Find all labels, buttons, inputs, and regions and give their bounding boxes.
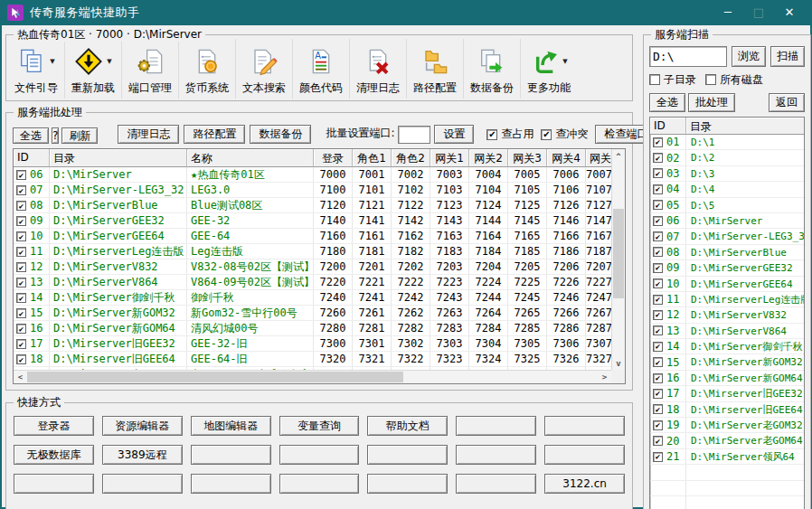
scroll-right-icon[interactable]: > [598, 371, 611, 383]
scan-list-row[interactable]: ✔15D:\MirServer新GOM32 [650, 354, 804, 370]
shortcut-button-empty[interactable] [14, 474, 94, 494]
scan-list-row[interactable]: ✔10D:\MirServerGEE64 [650, 277, 804, 292]
scan-list-row[interactable]: ✔20D:\MirServer老GOM64 [650, 433, 804, 448]
clear-logs-button[interactable]: 清理日志 [118, 125, 179, 144]
close-button[interactable]: ✕ [781, 5, 798, 21]
scan-list-row[interactable]: ✔09D:\MirServerGEE32 [650, 260, 804, 276]
scan-row-checkbox[interactable]: ✔ [653, 420, 663, 430]
horizontal-scroll-thumb[interactable] [27, 372, 403, 382]
row-checkbox[interactable]: ✔ [16, 201, 26, 211]
batch-port-input[interactable] [398, 126, 430, 144]
table-row[interactable]: ✔09D:\MirServerGEE32GEE-3271407141714271… [14, 213, 611, 229]
shortcut-button[interactable]: 帮助文档 [367, 416, 448, 436]
all-disks-group[interactable]: 所有磁盘 [705, 71, 763, 90]
scan-row-checkbox[interactable]: ✔ [653, 404, 663, 414]
toolbar-button-currency[interactable]: 货币系统 [178, 39, 235, 99]
shortcut-button-empty[interactable] [456, 416, 536, 436]
horizontal-scroll-track[interactable] [27, 371, 598, 383]
refresh-button[interactable]: 刷新 [61, 127, 98, 144]
dropdown-arrow-icon[interactable]: ▼ [50, 58, 54, 65]
set-button[interactable]: 设置 [434, 125, 474, 144]
path-config-button[interactable]: 路径配置 [184, 125, 245, 144]
scan-list-row[interactable]: ✔19D:\MirServer老GOM32 [650, 418, 804, 433]
scan-row-checkbox[interactable]: ✔ [653, 168, 663, 178]
shortcut-button-empty[interactable] [191, 445, 271, 465]
scan-row-checkbox[interactable]: ✔ [653, 436, 663, 446]
scan-row-checkbox[interactable]: ✔ [653, 216, 663, 226]
check-occupied-group[interactable]: ✔ 查占用 [486, 125, 533, 144]
row-checkbox[interactable]: ✔ [16, 231, 26, 241]
scan-row-checkbox[interactable]: ✔ [653, 231, 663, 241]
scan-row-checkbox[interactable]: ✔ [653, 452, 663, 462]
shortcut-button[interactable]: 3389远程 [102, 445, 183, 465]
scan-row-checkbox[interactable]: ✔ [653, 295, 663, 305]
scan-row-checkbox[interactable]: ✔ [653, 184, 663, 194]
toolbar-button-port-manage[interactable]: 端口管理 [121, 39, 178, 99]
scan-list-row[interactable]: ✔02D:\2 [650, 150, 804, 165]
column-header[interactable]: 角色1 [353, 149, 392, 167]
scan-select-all-button[interactable]: 全选 [649, 93, 685, 112]
row-checkbox[interactable]: ✔ [16, 247, 26, 257]
shortcut-button[interactable]: 变量查询 [279, 416, 360, 436]
select-all-button[interactable]: 全选 [13, 127, 49, 144]
scan-list-row[interactable]: ✔14D:\MirServer御剑千秋 [650, 339, 804, 354]
row-checkbox[interactable]: ✔ [16, 216, 26, 226]
scan-row-checkbox[interactable]: ✔ [653, 200, 663, 210]
browse-button[interactable]: 浏览 [732, 46, 766, 67]
subdirectory-group[interactable]: 子目录 [649, 71, 696, 90]
table-row[interactable]: ✔18D:\Mirserver旧GEE64GEE-64-旧73207321732… [14, 352, 611, 367]
column-header[interactable]: 网关1 [430, 149, 469, 167]
scan-column-header[interactable]: 目录 [686, 118, 804, 135]
shortcut-button-empty[interactable] [279, 445, 360, 465]
check-occupied-checkbox[interactable]: ✔ [486, 129, 497, 140]
scan-list-row[interactable]: ✔07D:\MirServer-LEG3_32 [650, 229, 804, 244]
scroll-down-icon[interactable]: v [612, 356, 625, 370]
column-header[interactable]: 网关3 [508, 149, 547, 167]
backup-button[interactable]: 数据备份 [250, 125, 311, 144]
column-header[interactable]: ID [14, 149, 50, 167]
vertical-scroll-thumb[interactable] [613, 209, 624, 297]
scan-list-row[interactable]: ✔12D:\MirServerV832 [650, 307, 804, 323]
table-row[interactable]: ✔16D:\MirServer新GOM64清风幻城00号728072817282… [14, 321, 611, 336]
toolbar-button-color-code[interactable]: A 颜色代码 [292, 39, 349, 99]
scan-row-checkbox[interactable]: ✔ [653, 247, 663, 257]
scroll-left-icon[interactable]: < [14, 371, 27, 383]
scan-row-checkbox[interactable]: ✔ [653, 389, 663, 399]
row-checkbox[interactable]: ✔ [16, 308, 26, 318]
scan-list-row[interactable]: ✔17D:\Mirserver旧GEE32 [650, 386, 804, 401]
column-header[interactable]: 网关2 [469, 149, 508, 167]
scan-row-checkbox[interactable]: ✔ [653, 310, 663, 320]
shortcut-button[interactable]: 地图编辑器 [191, 416, 271, 436]
scan-row-checkbox[interactable]: ✔ [653, 263, 663, 273]
dropdown-arrow-icon[interactable]: ▼ [562, 58, 567, 65]
shortcut-button[interactable]: 登录器 [14, 416, 94, 436]
scan-list-row[interactable]: ✔04D:\4 [650, 182, 804, 197]
scan-batch-button[interactable]: 批处理 [688, 93, 735, 112]
column-header[interactable]: 角色2 [392, 149, 430, 167]
table-row[interactable]: ✔06D:\MirServer★热血传奇01区70007001700270037… [14, 167, 611, 183]
scan-list-row[interactable]: ✔21D:\MirServer领风64 [650, 449, 804, 465]
maximize-button[interactable]: □ [751, 5, 767, 21]
vertical-scroll-track[interactable] [612, 163, 625, 356]
column-header[interactable]: 登录 [314, 149, 353, 167]
scan-row-checkbox[interactable]: ✔ [653, 342, 663, 352]
table-row[interactable]: ✔11D:\MirserverLeg连击版Leg连击版7180718171827… [14, 244, 611, 259]
row-checkbox[interactable]: ✔ [16, 185, 26, 195]
column-header[interactable]: 名称 [187, 149, 314, 167]
shortcut-button[interactable]: 资源编辑器 [102, 416, 183, 436]
shortcut-button-empty[interactable] [367, 474, 448, 494]
table-row[interactable]: ✔10D:\MirServerGEE64GEE-6471607161716271… [14, 229, 611, 244]
table-row[interactable]: ✔15D:\MirServer新GOM32新Gom32-雪中行00号726072… [14, 306, 611, 321]
row-checkbox[interactable]: ✔ [16, 293, 26, 303]
scan-list-row[interactable]: ✔06D:\MirServer [650, 213, 804, 229]
shortcut-button-empty[interactable] [456, 445, 536, 465]
shortcut-button-empty[interactable] [544, 445, 625, 465]
vertical-scrollbar[interactable]: ^ v [611, 149, 625, 370]
toolbar-button-reload[interactable]: ▼ 重新加载 [64, 39, 121, 99]
toolbar-button-data-backup[interactable]: 数据备份 [463, 39, 520, 99]
column-header[interactable]: 网关5 [586, 149, 611, 167]
shortcut-button-empty[interactable] [279, 474, 360, 494]
scan-row-checkbox[interactable]: ✔ [653, 278, 663, 288]
check-conflict-group[interactable]: ✔ 查冲突 [541, 125, 588, 144]
scan-list-row[interactable]: ✔11D:\MirserverLeg连击版 [650, 292, 804, 307]
